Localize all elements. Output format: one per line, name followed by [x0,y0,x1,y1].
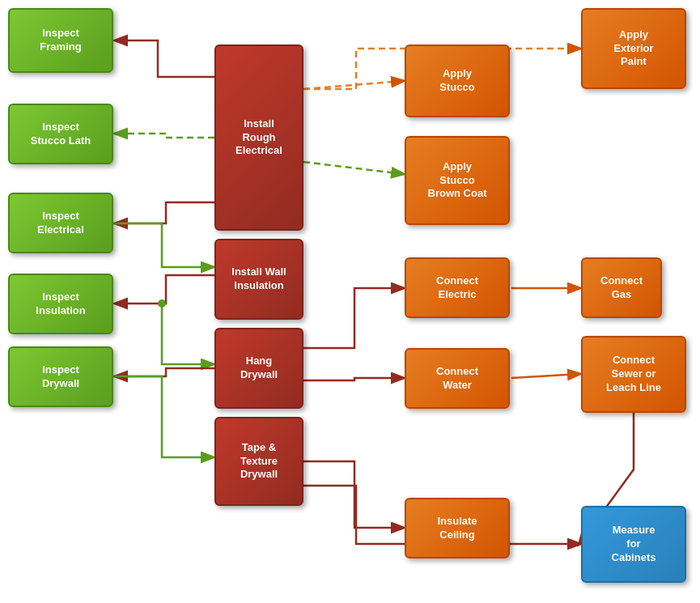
connect-electric-label: Connect Electric [436,274,478,302]
measure-cabinets-label: Measure for Cabinets [612,524,656,565]
hang-drywall-node: Hang Drywall [214,328,303,409]
hang-drywall-label: Hang Drywall [240,355,278,382]
connect-electric-node: Connect Electric [405,257,510,318]
inspect-electrical-node: Inspect Electrical [8,193,113,253]
insulate-ceiling-label: Insulate Ceiling [437,515,477,542]
connect-water-label: Connect Water [436,365,478,393]
apply-exterior-paint-node: Apply Exterior Paint [581,8,686,89]
connect-sewer-node: Connect Sewer or Leach Line [581,336,686,413]
tape-texture-node: Tape & Texture Drywall [214,417,303,506]
connect-water-node: Connect Water [405,348,510,409]
inspect-insulation-node: Inspect Insulation [8,274,113,334]
connect-gas-label: Connect Gas [600,274,643,302]
connect-sewer-label: Connect Sewer or Leach Line [606,354,661,395]
inspect-stucco-lath-node: Inspect Stucco Lath [8,104,113,164]
measure-cabinets-node: Measure for Cabinets [581,506,686,583]
apply-stucco-node: Apply Stucco [405,45,510,117]
apply-stucco-brown-label: Apply Stucco Brown Coat [428,160,487,202]
inspect-framing-node: Inspect Framing [8,8,113,73]
inspect-stucco-lath-label: Inspect Stucco Lath [31,121,91,148]
svg-line-0 [303,81,403,89]
svg-line-4 [511,374,579,378]
install-wall-insulation-label: Install Wall Insulation [231,265,286,293]
svg-point-2 [158,299,166,308]
apply-stucco-brown-node: Apply Stucco Brown Coat [405,136,510,225]
apply-stucco-label: Apply Stucco [439,67,474,95]
install-rough-electrical-node: Install Rough Electrical [214,45,303,231]
install-rough-electrical-label: Install Rough Electrical [235,117,282,159]
inspect-drywall-node: Inspect Drywall [8,346,113,407]
install-wall-insulation-node: Install Wall Insulation [214,239,303,320]
svg-line-1 [303,162,403,174]
inspect-drywall-label: Inspect Drywall [42,363,79,391]
apply-exterior-paint-label: Apply Exterior Paint [613,28,653,70]
diagram: Inspect Framing Inspect Stucco Lath Insp… [0,0,700,603]
inspect-framing-label: Inspect Framing [40,27,81,54]
inspect-electrical-label: Inspect Electrical [37,210,84,237]
tape-texture-label: Tape & Texture Drywall [240,441,278,482]
insulate-ceiling-node: Insulate Ceiling [405,498,510,558]
connect-gas-node: Connect Gas [581,257,662,318]
inspect-insulation-label: Inspect Insulation [36,291,85,318]
